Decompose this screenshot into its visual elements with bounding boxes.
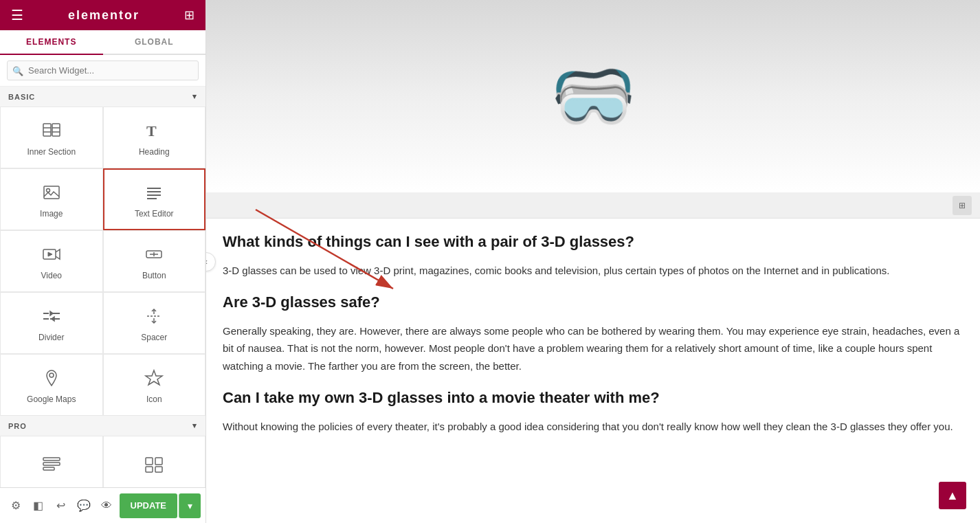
article-heading-2: Are 3-D glasses safe? [223, 293, 964, 313]
svg-rect-33 [155, 458, 162, 465]
widget-text-editor[interactable]: Text Editor [103, 168, 206, 230]
widget-icon-label: Icon [146, 394, 162, 404]
widget-text-editor-label: Text Editor [135, 209, 174, 219]
svg-rect-35 [155, 467, 162, 472]
svg-rect-1 [52, 124, 60, 136]
widget-divider[interactable]: Divider [0, 292, 103, 354]
svg-point-8 [46, 189, 49, 192]
widget-icon[interactable]: Icon [103, 354, 206, 416]
basic-section-header[interactable]: BASIC ▾ [0, 87, 205, 107]
responsive-icon[interactable]: 👁 [96, 493, 116, 518]
pro-label: PRO [8, 422, 27, 430]
button-icon [144, 245, 164, 267]
widget-image[interactable]: Image [0, 168, 103, 230]
search-box: 🔍 [0, 55, 205, 87]
heading-icon: T [144, 121, 164, 143]
pro-widget-2-icon [144, 455, 164, 477]
tab-elements[interactable]: ELEMENTS [0, 30, 103, 55]
svg-marker-14 [48, 252, 52, 256]
widget-spacer[interactable]: Spacer [103, 292, 206, 354]
widget-heading[interactable]: T Heading [103, 107, 206, 168]
svg-rect-32 [146, 458, 153, 465]
article-heading-1: What kinds of things can I see with a pa… [223, 232, 964, 252]
svg-marker-28 [146, 370, 162, 385]
widget-button[interactable]: Button [103, 230, 206, 292]
panel-header: ☰ elementor ⊞ [0, 0, 205, 30]
article-heading-3: Can I take my own 3-D glasses into a mov… [223, 388, 964, 408]
grid-icon[interactable]: ⊞ [184, 8, 194, 23]
search-icon: 🔍 [12, 65, 23, 76]
search-input[interactable] [7, 60, 199, 80]
pro-section-header[interactable]: PRO ▾ [0, 416, 205, 436]
article-paragraph-3: Without knowing the policies of every th… [223, 418, 964, 436]
history-icon[interactable]: ↩ [51, 493, 71, 518]
article-paragraph-2: Generally speaking, they are. However, t… [223, 322, 964, 375]
pro-chevron: ▾ [192, 421, 197, 430]
svg-text:T: T [146, 122, 157, 140]
svg-marker-19 [50, 311, 53, 315]
bar-icon-grid[interactable]: ⊞ [953, 196, 972, 215]
svg-rect-7 [44, 186, 59, 199]
vr-image-area: 🥽 [206, 0, 980, 192]
inner-section-icon [42, 121, 61, 143]
basic-label: BASIC [8, 93, 35, 101]
widget-image-label: Image [40, 209, 63, 219]
tab-global[interactable]: GLOBAL [103, 30, 206, 55]
svg-rect-34 [146, 467, 153, 472]
comments-icon[interactable]: 💬 [74, 493, 93, 518]
elementor-logo: elementor [68, 8, 140, 23]
spacer-icon [144, 307, 164, 329]
update-button[interactable]: UPDATE [120, 493, 177, 518]
svg-rect-29 [43, 458, 60, 460]
scroll-to-top-button[interactable]: ▲ [939, 482, 966, 509]
image-icon [42, 183, 61, 205]
bar-icons: ⊞ [953, 196, 972, 215]
widget-google-maps-label: Google Maps [27, 394, 76, 404]
right-panel: ‹ 🥽 ⊞ What kinds of things can I see wit… [206, 0, 980, 523]
basic-widgets-grid: Inner Section T Heading [0, 107, 205, 416]
widget-button-label: Button [142, 271, 166, 280]
panel-tabs: ELEMENTS GLOBAL [0, 30, 205, 55]
svg-rect-31 [43, 467, 54, 470]
widget-heading-label: Heading [139, 147, 170, 157]
widget-spacer-label: Spacer [141, 333, 167, 342]
bottom-toolbar: ⚙ ◧ ↩ 💬 👁 UPDATE ▾ [0, 487, 206, 523]
update-dropdown-button[interactable]: ▾ [179, 493, 201, 518]
layers-icon[interactable]: ◧ [28, 493, 48, 518]
widget-video[interactable]: Video [0, 230, 103, 292]
hamburger-icon[interactable]: ☰ [11, 7, 23, 23]
settings-icon[interactable]: ⚙ [5, 493, 25, 518]
google-maps-icon [42, 368, 61, 390]
basic-chevron: ▾ [192, 92, 197, 101]
gray-bar: ⊞ [206, 192, 980, 219]
article-paragraph-1: 3-D glasses can be used to view 3-D prin… [223, 262, 964, 280]
widget-google-maps[interactable]: Google Maps [0, 354, 103, 416]
widgets-area: BASIC ▾ Inner Section [0, 87, 205, 523]
left-panel: ☰ elementor ⊞ ELEMENTS GLOBAL 🔍 BASIC ▾ [0, 0, 206, 523]
widget-video-label: Video [41, 271, 62, 280]
widget-inner-section-label: Inner Section [27, 147, 76, 157]
widget-divider-label: Divider [38, 333, 64, 342]
icon-widget-icon [144, 368, 164, 390]
divider-icon [42, 307, 61, 329]
pro-widget-1-icon [42, 455, 61, 477]
svg-rect-30 [43, 463, 60, 465]
svg-point-27 [49, 373, 54, 377]
widget-inner-section[interactable]: Inner Section [0, 107, 103, 168]
vr-image: 🥽 [206, 0, 980, 192]
video-icon [42, 245, 61, 267]
svg-rect-0 [43, 124, 51, 136]
text-editor-icon [144, 183, 164, 205]
article-content: What kinds of things can I see with a pa… [206, 219, 980, 463]
